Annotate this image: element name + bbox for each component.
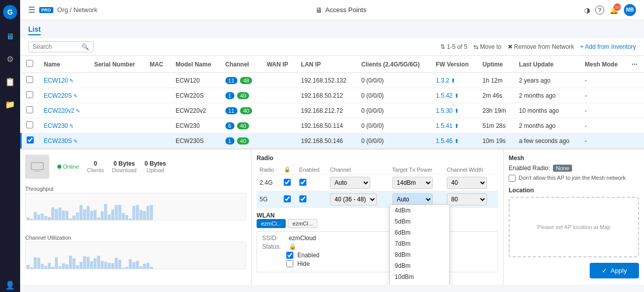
wlan-ssid-label: SSID: — [262, 235, 285, 242]
table-row[interactable]: ECW220v2 ✎ ECW220v2 11 40 192.168.212.72… — [21, 103, 645, 118]
row-serial — [89, 118, 144, 133]
mesh-dont-allow-label: Don't allow this AP to join the Mesh net… — [519, 175, 626, 181]
col-lan: LAN IP — [296, 56, 356, 73]
wlan-tab-2[interactable]: ezmCl... — [288, 219, 317, 228]
radio-txpower-2g[interactable]: 14dBm — [392, 177, 433, 189]
sidebar-item-settings[interactable]: ⚙ — [5, 52, 16, 66]
panel-right: Mesh Enabled Radio: None Don't allow thi… — [503, 150, 644, 284]
notification-icon[interactable]: 🔔 10 — [609, 6, 619, 15]
remove-from-network-button[interactable]: ✖ Remove from Network — [508, 43, 574, 50]
sidebar-logo[interactable]: G — [3, 5, 17, 19]
channel-util-chart — [25, 242, 246, 269]
search-box[interactable]: 🔍 — [28, 41, 94, 52]
row-uptime: 51m 28s — [477, 118, 514, 133]
radio-lock-2g[interactable] — [284, 179, 291, 186]
table-row[interactable]: ECW120 ✎ ECW120 11 48 192.168.152.132 0 … — [21, 73, 645, 88]
status-online: Online — [57, 164, 79, 170]
row-wan — [262, 88, 296, 103]
location-title: Location — [509, 187, 639, 194]
row-clients: 0 (0/0/0) — [356, 73, 431, 88]
col-more[interactable]: ⋯ — [626, 56, 644, 73]
txpower-dropdown-item[interactable]: 7dBm — [390, 238, 449, 249]
sort-icon: ⇅ — [440, 43, 445, 50]
txpower-dropdown-item[interactable]: 10dBm — [390, 271, 449, 282]
row-serial — [89, 88, 144, 103]
wlan-ssid-value: ezmCloud — [289, 235, 316, 242]
table-row[interactable]: ECW220S ✎ ECW220S 1 40 192.168.50.212 0 … — [21, 88, 645, 103]
help-icon[interactable]: ? — [595, 6, 604, 15]
contrast-icon[interactable]: ◑ — [584, 6, 590, 14]
wlan-tab-1[interactable]: ezmCl... — [257, 219, 286, 228]
row-mac — [144, 118, 171, 133]
radio-channel-2g[interactable]: Auto1611 — [330, 177, 370, 189]
throughput-label: Throughput — [25, 186, 246, 192]
wlan-enabled-checkbox[interactable] — [286, 252, 293, 259]
txpower-dropdown-item[interactable]: 9dBm — [390, 260, 449, 271]
row-lastupdate: 2 years ago — [514, 73, 580, 88]
location-map[interactable]: Please set AP location at Map — [509, 197, 639, 257]
radio-width-2g[interactable]: 4020 — [447, 177, 487, 189]
txpower-dropdown-item[interactable]: 5dBm — [390, 216, 449, 227]
move-to-button[interactable]: ⇆ Move to — [473, 43, 502, 50]
channel-util-chart-section: Channel Utilization — [25, 235, 246, 279]
monitor-icon: 🖥 — [315, 6, 323, 14]
row-actions — [626, 133, 644, 149]
row-checkbox[interactable] — [26, 76, 33, 83]
radio-col-band: Radio — [257, 165, 281, 175]
page-title: Access Points — [326, 6, 367, 14]
row-channel: 11 48 — [220, 73, 262, 88]
select-all-checkbox[interactable] — [26, 60, 33, 67]
txpower-dropdown-item[interactable]: 4dBm — [390, 205, 449, 216]
sidebar-item-files[interactable]: 📁 — [3, 98, 17, 111]
apply-button[interactable]: ✓ Apply — [590, 263, 639, 278]
row-model: ECW230S — [171, 133, 220, 149]
radio-header-row: Radio 🔒 Enabled Channel Target Tx Power … — [257, 165, 498, 175]
radio-section: Radio Radio 🔒 Enabled Channel Target Tx … — [257, 155, 498, 208]
radio-channel-5g[interactable]: 40 (36 - 48)Auto — [330, 193, 377, 205]
panel-left: Online 0 Clients 0 Bytes Download 0 B — [20, 150, 252, 284]
stat-download: 0 Bytes Download — [112, 160, 136, 173]
radio-enabled-2g[interactable] — [299, 179, 306, 186]
search-input[interactable] — [33, 43, 79, 50]
apply-btn-wrap: ✓ Apply — [509, 257, 639, 279]
col-serial: Serial Number — [89, 56, 144, 73]
row-fw: 1.5.46 ⬆ — [431, 133, 477, 149]
table-row[interactable]: ECW230S ✎ ECW230S 1 40 192.168.50.146 0 … — [21, 133, 645, 149]
mesh-loc-wrap: Mesh Enabled Radio: None Don't allow thi… — [509, 155, 639, 257]
radio-lock-5g[interactable] — [284, 195, 291, 202]
radio-width-5g[interactable]: 802040160 — [447, 193, 487, 205]
row-fw: 1.5.41 ⬆ — [431, 118, 477, 133]
checkmark-icon: ✓ — [602, 267, 607, 274]
row-checkbox[interactable] — [26, 106, 33, 113]
table-row[interactable]: ECW230 ✎ ECW230 6 40 192.168.50.114 0 (0… — [21, 118, 645, 133]
device-summary: Online 0 Clients 0 Bytes Download 0 B — [25, 155, 246, 179]
wlan-hide-row: Hide — [262, 260, 493, 267]
txpower-dropdown[interactable]: 4dBm5dBm6dBm7dBm8dBm9dBm10dBm11dBm12dBm1… — [389, 204, 450, 284]
wlan-status-row: Status: 🔒 — [262, 243, 493, 250]
wlan-title: WLAN — [257, 212, 498, 219]
row-checkbox[interactable] — [26, 121, 33, 128]
add-from-inventory-button[interactable]: + Add from Inventory — [580, 43, 636, 50]
row-checkbox[interactable] — [27, 136, 34, 143]
menu-icon[interactable]: ☰ — [28, 5, 35, 15]
col-clients: Clients (2.4G/5G/6G) — [356, 56, 431, 73]
txpower-dropdown-item[interactable]: 11dBm — [390, 282, 449, 284]
radio-col-txpower: Target Tx Power — [389, 165, 444, 175]
txpower-dropdown-item[interactable]: 6dBm — [390, 227, 449, 238]
wlan-lock-icon: 🔒 — [289, 243, 296, 250]
col-fw: FW Version — [431, 56, 477, 73]
radio-txpower-5g[interactable]: Auto — [392, 193, 433, 205]
wlan-section: WLAN ezmCl... ezmCl... SSID: ezmCloud St — [257, 212, 498, 272]
avatar[interactable]: MB — [624, 4, 636, 16]
row-checkbox[interactable] — [26, 91, 33, 98]
txpower-dropdown-item[interactable]: 8dBm — [390, 249, 449, 260]
col-mac: MAC — [144, 56, 171, 73]
sidebar-item-users[interactable]: 👤 — [3, 278, 17, 292]
mesh-dont-allow-checkbox[interactable] — [509, 175, 516, 182]
main-area: ☰ PRO Org / Network 🖥 Access Points ◑ ? … — [20, 0, 644, 292]
row-channel: 11 40 — [220, 103, 262, 118]
sidebar-item-monitor[interactable]: 🖥 — [4, 30, 16, 43]
wlan-hide-checkbox[interactable] — [286, 260, 293, 267]
sidebar-item-reports[interactable]: 📋 — [3, 75, 17, 89]
radio-enabled-5g[interactable] — [299, 195, 306, 202]
